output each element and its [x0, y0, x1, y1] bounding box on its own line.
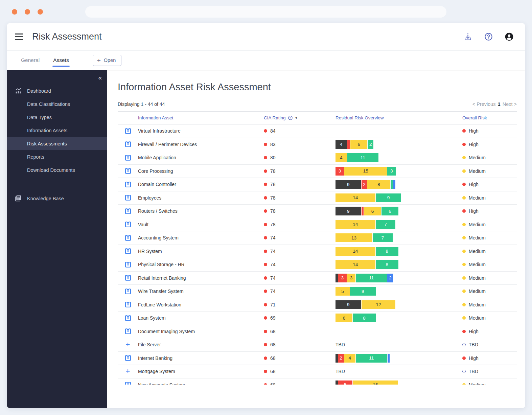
window-control-dot[interactable]	[38, 9, 43, 15]
asset-name: Physical Storage - HR	[138, 262, 264, 267]
cia-rating-dot	[264, 196, 267, 200]
window-control-dot[interactable]	[12, 9, 17, 15]
open-asset-icon[interactable]	[124, 194, 132, 202]
sidebar-item-knowledge-base[interactable]: Knowledge Base	[7, 192, 107, 205]
sidebar-item-reports[interactable]: Reports	[7, 150, 107, 163]
table-row[interactable]: Employees78149Medium	[118, 191, 517, 205]
sidebar-item-dashboard[interactable]: Dashboard	[7, 84, 107, 97]
menu-icon[interactable]	[15, 33, 23, 40]
table-row[interactable]: Virtual Infrastructure84High	[118, 124, 517, 138]
sidebar-item-risk-assessments[interactable]: Risk Assessments	[7, 137, 107, 150]
residual-risk-bar: 912	[336, 300, 462, 309]
open-asset-icon[interactable]	[124, 221, 132, 228]
table-row[interactable]: Domain Controller78928High	[118, 178, 517, 191]
risk-segment-green: 8	[376, 260, 398, 269]
overall-risk-cell: High	[462, 329, 517, 334]
cia-rating-value: 68	[270, 369, 276, 374]
table-row[interactable]: +File Server68TBDTBD	[118, 338, 517, 352]
residual-risk-cell: TBD	[336, 369, 462, 374]
sidebar-item-data-classifications[interactable]: Data Classifications	[7, 97, 107, 111]
asset-name: Virtual Infrastructure	[138, 128, 264, 134]
table-row[interactable]: Wire Transfer System7459Medium	[118, 285, 517, 298]
open-asset-icon[interactable]	[124, 167, 132, 175]
open-asset-icon[interactable]	[124, 261, 132, 269]
cia-help-icon[interactable]	[288, 115, 293, 120]
cia-rating-value: 78	[270, 208, 276, 214]
cia-rating-cell: 83	[264, 142, 336, 147]
add-assessment-icon[interactable]: +	[126, 368, 130, 375]
open-asset-icon[interactable]	[124, 354, 132, 362]
risk-segment-red	[362, 207, 364, 215]
open-asset-icon[interactable]	[124, 247, 132, 255]
browser-address-bar[interactable]	[85, 6, 446, 18]
table-row[interactable]: Vault78147Medium	[118, 218, 517, 232]
sidebar-item-information-assets[interactable]: Information Assets	[7, 124, 107, 137]
table-row[interactable]: Routers / Switches78966High	[118, 205, 517, 218]
next-page-link[interactable]: Next >	[503, 101, 517, 107]
open-asset-icon[interactable]	[124, 181, 132, 188]
add-assessment-icon[interactable]: +	[126, 341, 130, 348]
open-asset-icon[interactable]	[124, 140, 132, 148]
open-asset-icon[interactable]	[124, 327, 132, 335]
open-asset-icon[interactable]	[124, 207, 132, 215]
overall-risk-label: Medium	[469, 249, 486, 254]
cia-rating-cell: 80	[264, 155, 336, 160]
table-row[interactable]: Core Processing783153Medium	[118, 165, 517, 178]
overall-risk-label: High	[469, 182, 479, 187]
table-row[interactable]: HR System74148Medium	[118, 245, 517, 258]
column-header-residual-risk[interactable]: Residual Risk Overview	[336, 115, 462, 120]
current-page[interactable]: 1	[498, 101, 501, 107]
column-header-overall-risk[interactable]: Overall Risk	[462, 115, 517, 120]
residual-risk-bar: 928	[336, 180, 462, 189]
open-asset-icon[interactable]	[124, 314, 132, 322]
risk-segment-red: 3	[336, 167, 344, 176]
table-row[interactable]: Document Imaging System68High	[118, 325, 517, 339]
open-asset-icon[interactable]	[124, 154, 132, 162]
cia-rating-value: 74	[270, 235, 276, 240]
window-controls	[12, 9, 43, 15]
sidebar-item-download-documents[interactable]: Download Documents	[7, 163, 107, 177]
open-button[interactable]: + Open	[93, 55, 122, 66]
cia-rating-value: 71	[270, 302, 276, 307]
table-row[interactable]: Firewall / Perimeter Devices83462High	[118, 138, 517, 152]
help-icon[interactable]	[484, 32, 493, 41]
open-asset-icon[interactable]	[124, 381, 132, 385]
table-row[interactable]: Loan System6968Medium	[118, 312, 517, 325]
overall-risk-cell: High	[462, 142, 517, 147]
column-header-information-asset[interactable]: Information Asset	[138, 115, 264, 120]
cia-rating-value: 83	[270, 142, 276, 147]
account-icon[interactable]	[505, 32, 514, 41]
open-asset-icon[interactable]	[124, 127, 132, 135]
download-icon[interactable]	[463, 32, 472, 41]
overall-risk-cell: TBD	[462, 369, 517, 374]
asset-name: FedLine Workstation	[138, 302, 264, 307]
risk-segment-red: 5	[338, 381, 352, 385]
overall-risk-dot	[462, 236, 466, 239]
cia-rating-dot	[264, 370, 267, 373]
cia-rating-dot	[264, 156, 267, 159]
collapse-sidebar-icon[interactable]: «	[98, 74, 102, 82]
cia-rating-value: 68	[270, 342, 276, 347]
previous-page-link[interactable]: < Previous	[472, 101, 496, 107]
table-row[interactable]: +Mortgage System68TBDTBD	[118, 365, 517, 378]
table-row[interactable]: Accounting System74137Medium	[118, 231, 517, 245]
risk-segment-yellow: 14	[336, 220, 375, 229]
table-row[interactable]: Mobile Application80411Medium	[118, 151, 517, 165]
sidebar-item-data-types[interactable]: Data Types	[7, 111, 107, 124]
open-asset-icon[interactable]	[124, 301, 132, 308]
open-asset-icon[interactable]	[124, 274, 132, 282]
cia-rating-value: 74	[270, 275, 276, 281]
tab-general[interactable]: General	[14, 51, 46, 70]
table-row[interactable]: New Accounts System68516Medium	[118, 378, 517, 385]
table-row[interactable]: Physical Storage - HR74148Medium	[118, 258, 517, 272]
window-control-dot[interactable]	[25, 9, 30, 15]
residual-risk-bar: 68	[336, 314, 462, 322]
open-asset-icon[interactable]	[124, 234, 132, 242]
overall-risk-cell: Medium	[462, 289, 517, 294]
tab-assets[interactable]: Assets	[46, 51, 76, 70]
column-header-cia-rating[interactable]: CIA Rating ▼	[264, 115, 336, 120]
table-row[interactable]: FedLine Workstation71912Medium	[118, 298, 517, 312]
open-asset-icon[interactable]	[124, 287, 132, 295]
table-row[interactable]: Internet Banking682411High	[118, 352, 517, 365]
table-row[interactable]: Retail Internet Banking7433112Medium	[118, 272, 517, 285]
